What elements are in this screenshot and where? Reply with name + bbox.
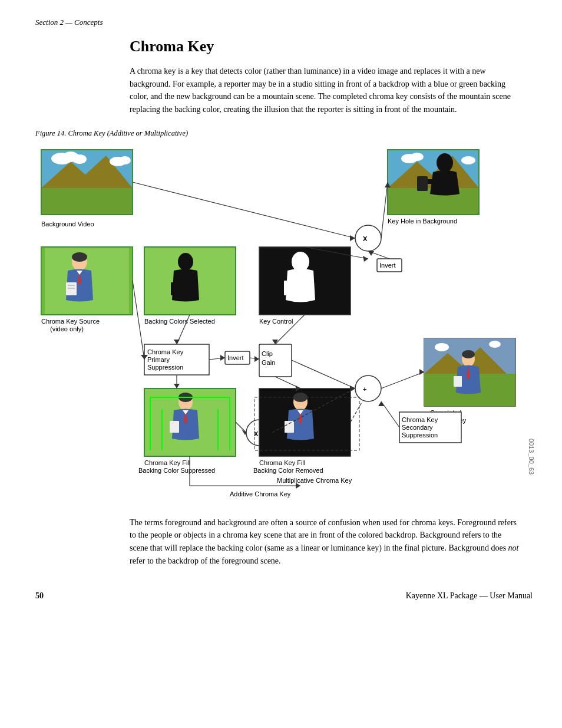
svg-text:Backing Color Suppressed: Backing Color Suppressed: [138, 467, 215, 474]
svg-rect-39: [171, 282, 181, 295]
figure-caption: Figure 14. Chroma Key (Additive or Multi…: [35, 129, 533, 138]
svg-point-17: [411, 153, 424, 161]
svg-text:Gain: Gain: [262, 359, 275, 366]
footer-title: Kayenne XL Package — User Manual: [406, 591, 533, 601]
svg-text:Backing Colors Selected: Backing Colors Selected: [144, 318, 215, 325]
svg-rect-22: [417, 176, 428, 191]
svg-line-122: [381, 372, 424, 388]
svg-text:Clip: Clip: [262, 350, 273, 357]
bg-video-label: Background Video: [41, 220, 94, 228]
svg-marker-121: [350, 386, 355, 391]
svg-text:Secondary: Secondary: [402, 424, 433, 431]
svg-text:+: +: [363, 386, 366, 393]
svg-text:Chroma Key Source: Chroma Key Source: [41, 318, 100, 325]
svg-text:Additive Chroma Key: Additive Chroma Key: [230, 490, 291, 498]
svg-point-7: [72, 154, 87, 164]
svg-text:X: X: [363, 235, 368, 242]
svg-point-9: [119, 156, 131, 164]
svg-text:Multiplicative Chroma Key: Multiplicative Chroma Key: [277, 477, 352, 484]
section-label: Section 2 — Concepts: [35, 18, 533, 27]
svg-text:Chroma Key Fill: Chroma Key Fill: [144, 459, 190, 466]
svg-line-124: [236, 422, 246, 433]
bottom-text: The terms foreground and background are …: [130, 516, 521, 568]
page-footer: 50 Kayenne XL Package — User Manual: [35, 591, 533, 601]
svg-marker-107: [368, 251, 374, 256]
svg-rect-32: [41, 247, 45, 315]
svg-marker-117: [174, 340, 180, 344]
svg-point-91: [489, 341, 501, 348]
svg-text:Chroma Key Fill: Chroma Key Fill: [259, 459, 305, 466]
svg-text:Invert: Invert: [227, 354, 244, 361]
svg-rect-80: [285, 421, 294, 433]
svg-text:Chroma Key: Chroma Key: [402, 416, 438, 423]
svg-marker-115: [254, 356, 259, 362]
svg-line-104: [381, 182, 388, 238]
intro-text: A chroma key is a key that detects color…: [130, 65, 521, 116]
svg-text:Key Control: Key Control: [259, 318, 293, 325]
svg-marker-129: [174, 384, 180, 388]
svg-text:Chroma Key: Chroma Key: [147, 348, 184, 355]
svg-point-55: [355, 225, 381, 251]
diagram-area: Background Video Key Hole in Background: [35, 144, 533, 500]
svg-marker-113: [220, 355, 225, 361]
page-number: 50: [35, 591, 44, 601]
svg-line-127: [351, 401, 362, 422]
svg-text:Suppression: Suppression: [147, 364, 183, 371]
svg-text:Suppression: Suppression: [402, 431, 438, 439]
svg-marker-103: [350, 235, 355, 241]
svg-rect-29: [66, 282, 77, 295]
svg-point-38: [178, 253, 193, 271]
svg-text:0013_00_63: 0013_00_63: [528, 439, 535, 475]
svg-rect-33: [129, 247, 133, 315]
svg-text:(video only): (video only): [50, 325, 84, 332]
svg-point-18: [461, 156, 475, 164]
svg-rect-4: [41, 188, 133, 215]
svg-rect-95: [454, 376, 462, 387]
svg-line-110: [133, 281, 144, 360]
svg-point-90: [435, 343, 449, 351]
svg-text:Primary: Primary: [147, 356, 170, 363]
svg-point-20: [437, 153, 453, 172]
svg-point-93: [462, 350, 475, 358]
svg-text:Backing Color Removed: Backing Color Removed: [253, 467, 323, 474]
svg-line-102: [133, 182, 355, 238]
svg-point-77: [293, 393, 308, 402]
invert2-label: Invert: [379, 262, 396, 269]
svg-marker-109: [363, 256, 368, 262]
svg-rect-43: [284, 281, 296, 295]
svg-line-120: [292, 360, 355, 388]
key-hole-label: Key Hole in Background: [388, 218, 457, 225]
svg-line-132: [381, 401, 399, 427]
svg-point-26: [72, 252, 87, 262]
chapter-title: Chroma Key: [130, 38, 533, 55]
svg-rect-67: [170, 421, 179, 433]
svg-marker-123: [419, 369, 424, 375]
